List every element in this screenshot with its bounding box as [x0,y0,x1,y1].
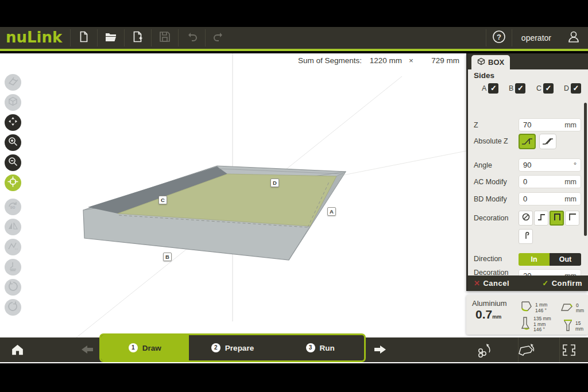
bend-tool-icon [7,261,18,274]
material-info-panel[interactable]: Aluminium 0.7mm 1 mm146 ° 0 mm [466,295,588,335]
help-icon: ? [492,29,506,46]
tab-draw-label: Draw [142,344,161,352]
toolbar-right: ? operator [486,29,588,46]
bend-tool-button[interactable] [5,259,21,275]
open-folder-icon [104,30,118,46]
ac-modify-input[interactable]: 0 mm [519,175,581,188]
rotate-part-button[interactable] [517,341,537,362]
save-button[interactable] [151,29,178,46]
relative-z-button[interactable] [539,134,556,149]
profile-spec-1-text: 1 mm146 ° [535,302,547,313]
bd-modify-input[interactable]: 0 mm [519,192,581,205]
top-toolbar: nuLink [0,27,588,51]
relative-z-icon [541,135,554,149]
ac-modify-value: 0 [523,177,527,186]
tooling-button[interactable] [560,343,578,360]
view-orientation-button[interactable] [5,74,21,91]
sum-of-segments: Sum of Segments: 1220 mm × 729 mm [270,56,465,68]
side-c-label: C [536,84,541,92]
angle-input[interactable]: 90 ° [519,158,581,172]
profile-spec-3: 135 mm1 mm146 ° [519,316,551,333]
view-cube-button[interactable] [5,94,21,111]
zoom-in-button[interactable] [5,134,21,151]
rotate-cw-button[interactable] [5,299,21,316]
z-value: 70 [523,121,531,129]
decoration-step-button[interactable] [534,211,548,226]
import-file-button[interactable] [124,29,151,46]
app-logo: nuLink [0,29,70,47]
profile-spec-3-text: 135 mm1 mm146 ° [533,316,551,333]
new-file-icon [77,30,91,46]
tab-prepare-label: Prepare [225,344,254,352]
home-button[interactable] [10,343,25,359]
angle-value: 90 [523,161,531,169]
side-d-label: D [564,84,569,92]
open-file-button[interactable] [97,29,124,46]
multiply-sign: × [405,56,417,65]
side-checkbox-d[interactable]: D ✓ [564,83,581,94]
mirror-button[interactable] [5,219,21,235]
ac-modify-unit: mm [564,178,577,186]
z-label: Z [474,121,478,129]
help-button[interactable]: ? [486,29,512,46]
sum-label: Sum of Segments: [287,56,362,65]
rollers-icon [475,351,495,361]
box-properties-panel: BOX Sides A ✓ B ✓ C ✓ D ✓ Z [466,53,588,291]
polyline-icon [7,240,18,254]
step-2-badge: 2 [211,343,220,352]
angle-label: Angle [474,161,492,169]
user-menu-button[interactable] [559,29,588,46]
direction-in-button[interactable]: In [519,253,550,266]
tab-run[interactable]: 3 Run [276,335,364,360]
rotate-90-button[interactable]: 90 [5,199,21,215]
redo-icon [212,30,226,46]
absolute-z-on-button[interactable] [519,134,536,149]
rotate-ccw-icon [7,281,18,294]
material-name: Aluminium [472,299,507,308]
decoration-u-button[interactable] [550,211,564,226]
side-checkbox-c[interactable]: C ✓ [536,83,554,94]
roll-feed-button[interactable] [475,341,495,362]
bottom-navigation-bar: 1 Draw 2 Prepare 3 Run [0,337,588,362]
step-1-badge: 1 [129,343,138,352]
polyline-button[interactable] [5,239,21,255]
panel-scrollbar[interactable] [584,103,587,236]
step-3-badge: 3 [306,343,315,352]
tab-draw[interactable]: 1 Draw [101,335,189,360]
step-forward-button[interactable] [373,344,387,358]
tab-prepare[interactable]: 2 Prepare [189,335,277,360]
decoration-pin-button[interactable] [519,229,533,244]
cancel-x-icon: ✕ [474,279,480,288]
direction-out-button[interactable]: Out [550,253,581,266]
undo-button[interactable] [178,29,205,46]
cancel-button[interactable]: ✕ Cancel [474,279,509,288]
step-back-button[interactable] [80,344,94,358]
decoration-step-icon [537,212,546,224]
home-icon [10,349,25,359]
tab-box[interactable]: BOX [471,55,510,69]
redo-button[interactable] [205,29,232,46]
profile-corner-icon [519,300,533,316]
side-a-label: A [482,84,486,92]
rotate-ccw-button[interactable] [5,279,21,296]
sides-title: Sides [474,71,494,80]
side-checkbox-b[interactable]: B ✓ [509,83,525,94]
username-label: operator [512,33,559,42]
thickness-unit: mm [492,314,501,320]
tab-box-label: BOX [488,58,504,67]
confirm-button[interactable]: ✓ Confirm [542,279,582,288]
z-input[interactable]: 70 mm [519,118,581,131]
side-label-c: C [158,196,167,204]
new-file-button[interactable] [70,29,97,46]
pan-view-button[interactable] [5,114,21,131]
tooling-dies-icon [560,350,578,359]
side-label-d: D [270,178,279,187]
center-target-button[interactable] [5,174,21,191]
material-thickness: 0.7mm [475,308,501,321]
side-checkbox-a[interactable]: A ✓ [482,83,498,94]
decoration-none-button[interactable] [519,211,533,226]
zoom-out-button[interactable] [5,154,21,171]
pan-arrows-icon [7,116,18,129]
absolute-z-label: Absolute Z [474,137,508,145]
decoration-corner-button[interactable] [565,211,579,226]
